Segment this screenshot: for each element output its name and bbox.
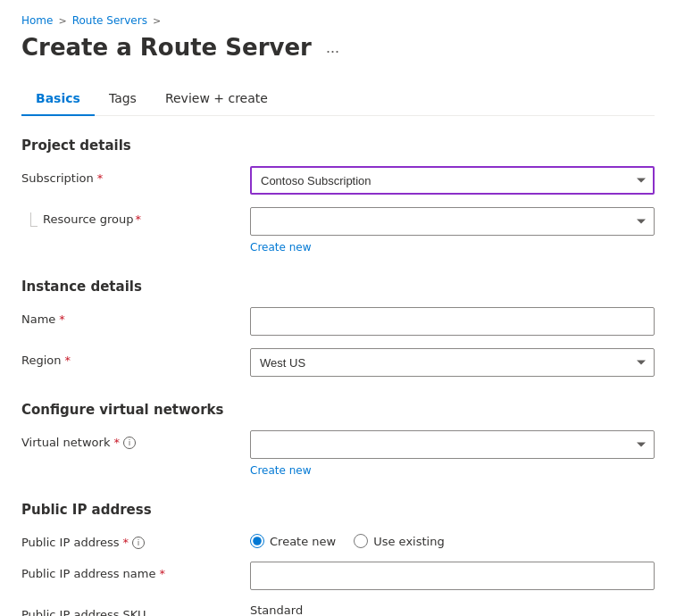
tab-tags[interactable]: Tags (95, 82, 151, 116)
public-ip-sku-label: Public IP address SKU (21, 603, 236, 616)
subscription-label: Subscription * (21, 166, 236, 185)
public-ip-sku-value: Standard (250, 598, 303, 616)
breadcrumb-route-servers[interactable]: Route Servers (72, 14, 147, 27)
instance-details-title: Instance details (21, 279, 655, 295)
instance-details-section: Instance details Name * Region * West US… (21, 279, 655, 377)
resource-group-label-area: Resource group * (21, 207, 236, 227)
public-ip-sku-control: Standard (250, 603, 655, 616)
region-required: * (65, 354, 71, 367)
resource-group-select-wrapper (250, 207, 655, 236)
tab-basics[interactable]: Basics (21, 82, 95, 116)
resource-group-control: Create new (250, 207, 655, 254)
virtual-network-select-wrapper (250, 430, 655, 459)
indent-line (30, 212, 38, 227)
virtual-network-label: Virtual network * i (21, 430, 236, 449)
public-ip-name-row: Public IP address name * (21, 562, 655, 590)
name-row: Name * (21, 307, 655, 336)
region-select-wrapper: West USEast USWest Europe (250, 348, 655, 377)
public-ip-use-existing-radio[interactable] (354, 534, 368, 548)
public-ip-name-label: Public IP address name * (21, 562, 236, 580)
virtual-network-row: Virtual network * i Create new (21, 430, 655, 477)
breadcrumb: Home > Route Servers > (21, 14, 655, 27)
page-title-row: Create a Route Server ... (21, 34, 655, 61)
project-details-title: Project details (21, 137, 655, 154)
public-ip-sku-row: Public IP address SKU Standard (21, 603, 655, 616)
name-label: Name * (21, 307, 236, 326)
subscription-control: Contoso Subscription (250, 166, 655, 195)
breadcrumb-sep-1: > (58, 15, 66, 27)
subscription-row: Subscription * Contoso Subscription (21, 166, 655, 195)
name-required: * (59, 312, 65, 326)
public-ip-address-control: Create new Use existing (250, 530, 655, 548)
subscription-select-wrapper: Contoso Subscription (250, 166, 655, 195)
public-ip-name-control (250, 562, 655, 590)
virtual-network-required: * (113, 436, 120, 449)
public-ip-address-label: Public IP address * i (21, 530, 236, 549)
create-new-rg-link[interactable]: Create new (250, 241, 312, 254)
public-ip-info-icon[interactable]: i (132, 537, 145, 549)
create-new-vnet-link[interactable]: Create new (250, 464, 312, 477)
subscription-select[interactable]: Contoso Subscription (250, 166, 655, 195)
region-label: Region * (21, 348, 236, 367)
region-row: Region * West USEast USWest Europe (21, 348, 655, 377)
subscription-required: * (97, 171, 104, 185)
name-input[interactable] (250, 307, 655, 336)
public-ip-name-required: * (159, 567, 165, 580)
public-ip-title: Public IP address (21, 502, 655, 518)
name-control (250, 307, 655, 336)
tab-bar: Basics Tags Review + create (21, 82, 655, 116)
region-control: West USEast USWest Europe (250, 348, 655, 377)
virtual-network-control: Create new (250, 430, 655, 477)
region-select[interactable]: West USEast USWest Europe (250, 348, 655, 377)
virtual-networks-title: Configure virtual networks (21, 402, 655, 418)
page-title: Create a Route Server (21, 34, 312, 61)
public-ip-section: Public IP address Public IP address * i … (21, 502, 655, 616)
public-ip-use-existing-option[interactable]: Use existing (354, 534, 444, 548)
virtual-network-info-icon[interactable]: i (123, 437, 136, 449)
public-ip-address-row: Public IP address * i Create new Use exi… (21, 530, 655, 549)
resource-group-select[interactable] (250, 207, 655, 236)
public-ip-create-new-radio[interactable] (250, 534, 264, 548)
breadcrumb-sep-2: > (153, 15, 161, 27)
ellipsis-button[interactable]: ... (321, 35, 345, 61)
public-ip-name-input[interactable] (250, 562, 655, 590)
breadcrumb-home[interactable]: Home (21, 14, 53, 27)
public-ip-radio-group: Create new Use existing (250, 530, 655, 548)
project-details-section: Project details Subscription * Contoso S… (21, 137, 655, 254)
tab-review-create[interactable]: Review + create (151, 82, 282, 116)
public-ip-create-new-option[interactable]: Create new (250, 534, 336, 548)
public-ip-required: * (122, 536, 129, 549)
virtual-networks-section: Configure virtual networks Virtual netwo… (21, 402, 655, 477)
resource-group-row: Resource group * Create new (21, 207, 655, 254)
virtual-network-select[interactable] (250, 430, 655, 459)
resource-group-required: * (136, 212, 142, 226)
